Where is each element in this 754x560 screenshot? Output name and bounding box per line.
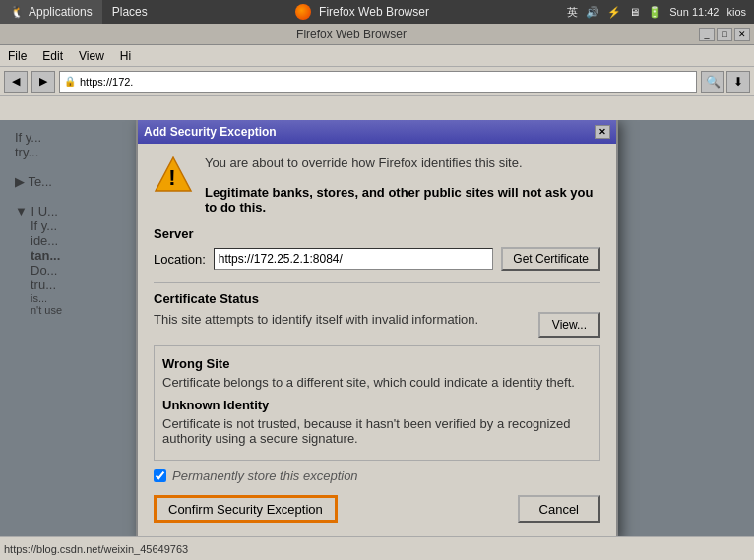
- server-section-title: Server: [154, 226, 600, 241]
- svg-text:!: !: [168, 165, 175, 190]
- permanently-store-row: Permanently store this exception: [154, 468, 600, 483]
- battery-icon: 🔋: [648, 6, 661, 19]
- menu-edit[interactable]: Edit: [34, 47, 71, 65]
- url-text: https://172.: [80, 76, 133, 88]
- cancel-button[interactable]: Cancel: [518, 495, 600, 523]
- clock: Sun 11:42: [669, 6, 719, 18]
- warning-text: You are about to override how Firefox id…: [205, 156, 600, 215]
- status-url: https://blog.csdn.net/weixin_45649763: [4, 543, 188, 555]
- places-menu[interactable]: Places: [102, 0, 157, 24]
- scroll-area[interactable]: Wrong Site Certificate belongs to a diff…: [154, 345, 600, 461]
- network-icon: 🖥: [629, 6, 640, 18]
- cert-status-area: This site attempts to identify itself wi…: [154, 312, 600, 338]
- places-label: Places: [112, 5, 148, 19]
- firefox-taskbar-icon: [295, 4, 311, 20]
- taskbar: 🐧 Applications Places Firefox Web Browse…: [0, 0, 754, 24]
- status-bar: https://blog.csdn.net/weixin_45649763: [0, 536, 754, 560]
- bluetooth-icon: ⚡: [607, 6, 621, 19]
- add-security-exception-dialog: Add Security Exception ✕ !: [136, 120, 618, 536]
- menu-file[interactable]: File: [0, 47, 34, 65]
- location-input[interactable]: [214, 248, 494, 270]
- cert-status-title: Certificate Status: [154, 291, 600, 306]
- checkbox-label: Permanently store this exception: [172, 468, 358, 483]
- confirm-security-exception-button[interactable]: Confirm Security Exception: [154, 495, 338, 523]
- menu-view[interactable]: View: [71, 47, 112, 65]
- dialog-footer: Confirm Security Exception Cancel: [154, 491, 600, 525]
- username: kios: [726, 6, 746, 18]
- search-button[interactable]: 🔍: [701, 71, 724, 93]
- applications-menu[interactable]: 🐧 Applications: [0, 0, 102, 24]
- lock-icon: 🔒: [64, 76, 76, 87]
- server-row: Location: Get Certificate: [154, 247, 600, 271]
- wrong-site-title: Wrong Site: [162, 356, 592, 371]
- get-certificate-button[interactable]: Get Certificate: [501, 247, 600, 271]
- lang-indicator: 英: [567, 5, 578, 20]
- download-button[interactable]: ⬇: [726, 71, 750, 93]
- warning-icon: !: [154, 156, 193, 195]
- warning-line2: Legitimate banks, stores, and other publ…: [205, 185, 593, 215]
- browser-window-title: Firefox Web Browser: [4, 28, 699, 41]
- browser-content: If y...try... ▶ Te... ▼ I U... If y...id…: [0, 120, 754, 536]
- dialog-title: Add Security Exception: [144, 125, 277, 139]
- nav-bar: ◀ ▶ 🔒 https://172. 🔍 ⬇: [0, 67, 754, 96]
- minimize-button[interactable]: _: [699, 28, 715, 41]
- view-button[interactable]: View...: [538, 312, 600, 338]
- divider: [154, 282, 600, 283]
- dialog-close-button[interactable]: ✕: [595, 125, 610, 139]
- warning-header: ! You are about to override how Firefox …: [154, 156, 600, 215]
- forward-button[interactable]: ▶: [31, 71, 55, 93]
- dialog-titlebar: Add Security Exception ✕: [138, 120, 616, 144]
- apps-icon: 🐧: [10, 5, 25, 19]
- browser-titlebar: Firefox Web Browser _ □ ✕: [0, 24, 754, 45]
- unknown-identity-body: Certificate is not trusted, because it h…: [162, 416, 592, 446]
- url-bar[interactable]: 🔒 https://172.: [59, 71, 697, 93]
- browser-window: Firefox Web Browser _ □ ✕ File Edit View…: [0, 24, 754, 560]
- permanently-store-checkbox[interactable]: [154, 469, 166, 482]
- cert-status-text: This site attempts to identify itself wi…: [154, 312, 531, 338]
- maximize-button[interactable]: □: [717, 28, 732, 41]
- modal-overlay: Add Security Exception ✕ !: [0, 120, 754, 536]
- location-label: Location:: [154, 252, 206, 267]
- menu-bar: File Edit View Hi: [0, 45, 754, 67]
- menu-hi[interactable]: Hi: [112, 47, 139, 65]
- warning-line1: You are about to override how Firefox id…: [205, 156, 523, 170]
- back-button[interactable]: ◀: [4, 71, 28, 93]
- close-button[interactable]: ✕: [734, 28, 750, 41]
- volume-icon: 🔊: [586, 6, 599, 19]
- dialog-body: ! You are about to override how Firefox …: [138, 144, 616, 536]
- applications-label: Applications: [29, 5, 93, 19]
- unknown-identity-title: Unknown Identity: [162, 398, 592, 412]
- wrong-site-body: Certificate belongs to a different site,…: [162, 375, 592, 390]
- browser-taskbar-title: Firefox Web Browser: [319, 5, 429, 19]
